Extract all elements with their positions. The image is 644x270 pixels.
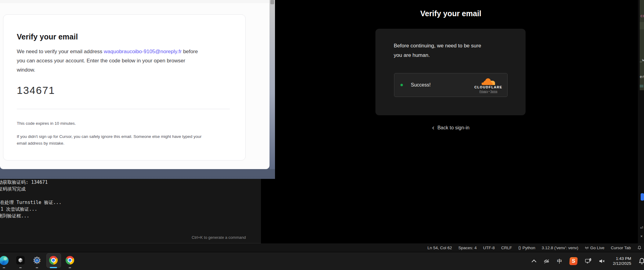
gear-icon: ⚙: [32, 256, 42, 266]
tray-overflow-button[interactable]: [532, 259, 536, 264]
ime-indicator[interactable]: 中: [557, 258, 562, 265]
email-body: We need to verify your email address waq…: [17, 47, 233, 75]
statusbar-go-live[interactable]: Go Live: [585, 246, 605, 250]
statusbar-indentation[interactable]: Spaces: 4: [458, 246, 477, 250]
cloudflare-turnstile-widget: Success! CLOUDFLARE Privacy • Terms: [394, 73, 508, 97]
terminal-line: 动获取验证码: 134671: [0, 179, 48, 186]
back-to-sign-in-label: Back to sign-in: [437, 125, 469, 131]
code-fragment: co: [640, 13, 644, 18]
expiry-note: This code expires in 10 minutes.: [17, 121, 76, 126]
chrome-icon: [66, 256, 74, 264]
onedrive-offline-button[interactable]: [543, 258, 550, 264]
taskbar-3d-app-button[interactable]: [12, 252, 29, 270]
privacy-link[interactable]: Privacy: [479, 90, 488, 93]
terminal-line: 测到验证框...: [0, 213, 29, 219]
email-address-link[interactable]: waquobraucoibo-9105@noreply.fr: [104, 49, 182, 54]
notification-center-button[interactable]: z: [639, 257, 644, 265]
turnstile-links: Privacy • Terms: [479, 90, 497, 93]
code-fragment: _w: [640, 57, 644, 62]
taskbar-settings-button[interactable]: ⚙: [29, 252, 45, 270]
statusbar-eol[interactable]: CRLF: [501, 246, 512, 250]
running-indicator: [36, 267, 38, 268]
speaker-muted-icon: [599, 259, 606, 264]
verify-card-text-line1: Before continuing, we need to be sure: [394, 41, 504, 50]
terminal-line: 1 次尝试验证...: [1, 206, 37, 213]
terminal-line: 在处理 Turnstile 验证...: [0, 199, 61, 206]
email-card: Verify your email We need to verify your…: [3, 14, 246, 161]
terminal-hint: Ctrl+K to generate a command: [192, 235, 246, 240]
verify-page-title: Verify your email: [376, 9, 526, 18]
email-body-after: before: [182, 49, 198, 54]
email-body-line3: window.: [17, 65, 233, 75]
chrome-icon: [49, 256, 58, 264]
email-title: Verify your email: [17, 32, 78, 41]
broadcast-icon: [585, 246, 589, 250]
active-indicator: [50, 267, 57, 268]
chevron-up-icon: [532, 259, 537, 264]
statusbar-cursor-position[interactable]: Ln 54, Col 62: [427, 246, 452, 250]
edge-icon: [0, 256, 9, 265]
system-tray: 中 S 1:43 PM 2/12/20: [532, 252, 644, 270]
turnstile-status: Success!: [411, 82, 431, 88]
scrollbar[interactable]: [270, 0, 275, 169]
return-icon: ⏎: [640, 226, 643, 230]
divider: [17, 109, 230, 109]
code-fragment: er: [640, 74, 644, 79]
verify-card-text: Before continuing, we need to be sure yo…: [394, 41, 504, 60]
email-body-line2: you can access your account. Enter the c…: [17, 56, 233, 65]
close-icon[interactable]: ×: [640, 234, 643, 239]
running-indicator: [19, 267, 22, 268]
taskbar-edge-button[interactable]: [0, 252, 12, 270]
statusbar: Ln 54, Col 62 Spaces: 4 UTF-8 CRLF {} Py…: [0, 243, 644, 252]
email-window: Verify your email We need to verify your…: [0, 0, 275, 179]
statusbar-language[interactable]: {} Python: [518, 246, 535, 250]
cloudflare-brand: CLOUDFLARE Privacy • Terms: [474, 77, 502, 93]
sogou-input-icon[interactable]: S: [569, 257, 578, 265]
running-indicator: [69, 267, 71, 268]
taskbar-chrome-button-2[interactable]: [62, 252, 78, 270]
disclaimer: If you didn't sign up for Cursor, you ca…: [17, 133, 233, 147]
verify-card-text-line2: you are human.: [394, 50, 504, 60]
bell-icon: [639, 257, 644, 265]
taskbar-chrome-button-active[interactable]: [45, 252, 62, 270]
display-cast-button[interactable]: [585, 258, 592, 264]
taskbar: ⚙ 中: [0, 252, 644, 270]
volume-muted-button[interactable]: [599, 259, 606, 264]
success-dot-icon: [400, 84, 403, 86]
terms-link[interactable]: Terms: [490, 90, 497, 93]
cloud-slash-icon: [543, 258, 550, 264]
monitor-icon: [585, 258, 592, 264]
taskbar-clock[interactable]: 1:43 PM 2/12/2025: [613, 256, 631, 266]
links-separator: •: [489, 90, 490, 93]
terminal-panel: 动获取验证码: 134671 证码填写完成 在处理 Turnstile 验证..…: [0, 179, 261, 243]
statusbar-interpreter[interactable]: 3.12.8 ('venv': venv): [542, 246, 578, 250]
email-window-content: Verify your email We need to verify your…: [0, 0, 270, 169]
clock-date: 2/12/2025: [613, 261, 631, 266]
code-fragment-highlight: [640, 85, 643, 87]
cloudflare-cloud-icon: [481, 78, 496, 85]
braces-icon: {}: [518, 246, 521, 250]
cube-app-icon: [16, 256, 25, 264]
verify-card: Before continuing, we need to be sure yo…: [375, 29, 526, 115]
chevron-left-icon: ‹: [432, 125, 434, 131]
statusbar-encoding[interactable]: UTF-8: [483, 246, 495, 250]
taskbar-apps: ⚙: [0, 252, 78, 270]
clock-time: 1:43 PM: [616, 256, 631, 261]
email-body-prefix: We need to verify your email address: [17, 49, 104, 54]
verification-code: 134671: [17, 84, 55, 96]
notifications-bell-icon[interactable]: [637, 246, 642, 250]
back-to-sign-in-link[interactable]: ‹ Back to sign-in: [376, 125, 526, 131]
running-indicator: [3, 267, 5, 268]
background-editor-sliver: co _w er ⏎ ×: [638, 0, 644, 243]
statusbar-cursor-tab[interactable]: Cursor Tab: [611, 246, 631, 250]
cloudflare-wordmark: CLOUDFLARE: [474, 85, 502, 89]
scrollbar-indicator: [641, 193, 644, 201]
terminal-line: 证码填写完成: [0, 186, 26, 192]
desktop: co _w er ⏎ × Verify your email Before co…: [0, 0, 644, 270]
